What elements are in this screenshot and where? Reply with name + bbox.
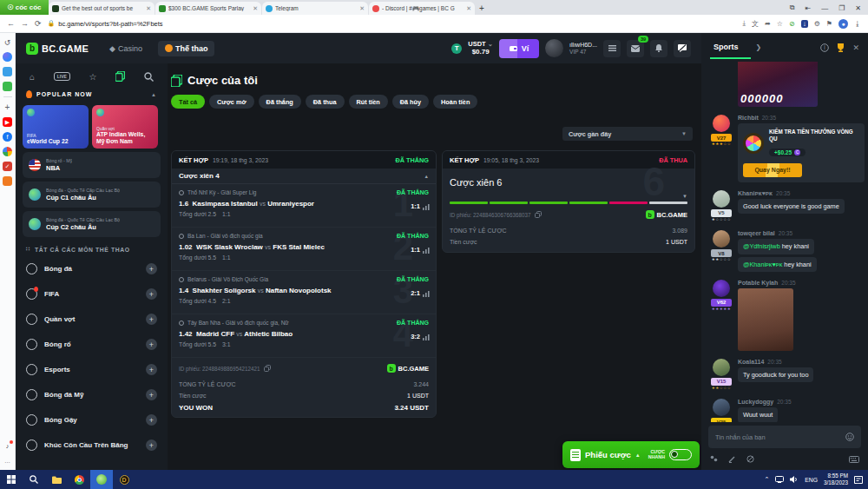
sidebar-item-soccer[interactable]: Bóng đá+ [16, 256, 168, 281]
downloads-tray-icon[interactable]: ⭳ [854, 20, 861, 28]
shortcut-nba[interactable]: Bóng rổ - MỹNBA [23, 152, 161, 178]
expand-plus-icon[interactable]: + [146, 263, 157, 274]
avatar[interactable] [713, 399, 730, 416]
live-icon[interactable]: LIVE [54, 72, 70, 81]
favorites-star-icon[interactable]: ☆ [89, 72, 97, 82]
expand-plus-icon[interactable]: + [146, 314, 157, 325]
messenger-icon[interactable] [3, 52, 12, 62]
trophy-icon[interactable] [836, 43, 845, 52]
copy-icon[interactable] [264, 365, 271, 372]
sidebar-toggle-icon[interactable]: ⧉ [790, 3, 795, 12]
browser-tab-1[interactable]: Get the best out of sports be✕ [49, 2, 155, 15]
popular-now-header[interactable]: POPULAR NOW ▲ [16, 87, 168, 102]
browser-profile-avatar[interactable]: ● [838, 19, 848, 29]
coccoc-app-icon[interactable] [3, 67, 12, 76]
back-icon[interactable]: ← [7, 19, 15, 28]
tab-close-icon[interactable]: ✕ [359, 5, 365, 12]
extension-icon[interactable]: ⚙ [814, 20, 820, 28]
games-icon[interactable] [3, 82, 12, 91]
maximize-button[interactable]: ❐ [838, 4, 845, 12]
dice-icon[interactable] [710, 455, 718, 463]
avatar[interactable] [713, 115, 730, 132]
sidebar-item-esports[interactable]: Esports+ [16, 357, 168, 382]
sidebar-item-cricket[interactable]: Bóng Gậy+ [16, 407, 168, 433]
close-icon[interactable]: ✕ [852, 43, 859, 52]
sort-dropdown[interactable]: Cược gần đây▼ [562, 127, 693, 141]
stats-bars-icon[interactable] [423, 334, 430, 340]
promo-card-atp[interactable]: Quần vợt ATP Indian Wells, Mỹ Đơn Nam [92, 105, 158, 149]
spin-now-button[interactable]: Quay Ngay!! [743, 163, 802, 177]
stats-bars-icon[interactable] [423, 248, 430, 254]
bcgame-brand[interactable]: b BC.GAME [26, 43, 89, 55]
promo-card-eworld-cup[interactable]: FIFA eWorld Cup 22 [23, 105, 89, 149]
browser-tab-2[interactable]: $300 BC.GAME Sports Parlay✕ [155, 2, 261, 15]
filter-lost[interactable]: Đã thua [306, 95, 345, 109]
info-icon[interactable]: i [820, 43, 829, 52]
chat-username[interactable]: Khaniᴘᴋ♥ᴘᴋ [738, 190, 773, 196]
download-manager-icon[interactable]: ↓ [801, 20, 808, 28]
emoji-icon[interactable] [845, 433, 854, 441]
new-tab-button[interactable]: + [479, 3, 484, 13]
avatar[interactable] [713, 359, 730, 376]
save-page-icon[interactable]: ⤓ [743, 19, 746, 28]
close-button[interactable]: ✕ [855, 4, 861, 12]
chat-username[interactable]: Richbit [738, 115, 759, 121]
expand-plus-icon[interactable]: + [146, 364, 157, 375]
tab-close-icon[interactable]: ✕ [146, 5, 151, 12]
cart-icon[interactable] [3, 176, 12, 186]
chat-username[interactable]: towqeer bilal [738, 230, 775, 236]
colorful-app-icon[interactable] [3, 147, 12, 156]
back-to-icon[interactable]: ⇤ [805, 4, 811, 12]
currency-selector[interactable]: USDT ⌄ $0.79 [468, 40, 493, 56]
chat-username[interactable]: Koala114 [738, 359, 764, 365]
avatar[interactable] [713, 280, 730, 297]
tab-close-icon[interactable]: ✕ [253, 5, 258, 12]
search-icon[interactable] [144, 72, 154, 82]
chat-username[interactable]: Luckydoggy [738, 399, 773, 405]
bet-name-row[interactable]: Cược xiên 6 6 ▼ [443, 169, 694, 202]
wallet-button[interactable]: Ví [499, 39, 539, 58]
chevron-right-icon[interactable]: ❯ [756, 43, 762, 51]
sidebar-item-basketball[interactable]: Bóng rổ+ [16, 332, 168, 357]
nav-casino[interactable]: ◆Casino [109, 44, 142, 53]
user-avatar[interactable] [545, 39, 563, 57]
shortcut-cup-c1[interactable]: Bóng đá - Quốc Tế Cấp Câu Lạc BộCúp C1 c… [23, 182, 161, 208]
bookmark-star-icon[interactable]: ☆ [777, 20, 783, 28]
stats-bars-icon[interactable] [423, 291, 430, 297]
sidebar-item-fifa[interactable]: FIFA+ [16, 281, 168, 307]
action-center-icon[interactable] [854, 476, 863, 484]
chat-tab-sports[interactable]: Sports [710, 36, 751, 59]
sidebar-item-tennis[interactable]: Quần vợt+ [16, 307, 168, 332]
filter-cancelled[interactable]: Đã hủy [392, 95, 429, 109]
translate-icon[interactable]: 文 [752, 19, 759, 29]
nav-sports[interactable]: Thế thao [158, 41, 215, 56]
game-app-button[interactable]: D [113, 470, 135, 489]
file-explorer-button[interactable] [45, 470, 68, 489]
chat-toggle-button[interactable] [674, 40, 691, 57]
expand-plus-icon[interactable]: + [146, 339, 157, 350]
notifications-bell-icon[interactable]: ♪ [3, 441, 12, 451]
filter-won[interactable]: Đã thắng [259, 95, 301, 109]
clock[interactable]: 8:55 PM3/18/2023 [824, 472, 848, 486]
betslip-button[interactable]: Phiếu cược ▲ CƯỢCNHANH [562, 441, 700, 468]
avatar[interactable] [713, 190, 730, 208]
collapse-caret-icon[interactable]: ▲ [424, 174, 429, 179]
share-icon[interactable]: ➦ [765, 20, 771, 28]
expand-plus-icon[interactable]: + [146, 288, 157, 300]
facebook-icon[interactable]: f [3, 132, 12, 142]
chat-username[interactable]: Potable Kylah [738, 280, 778, 286]
minimize-button[interactable]: — [821, 4, 828, 12]
youtube-icon[interactable]: ▶ [3, 117, 12, 127]
gif-icon[interactable] [746, 455, 754, 463]
my-bets-icon[interactable] [115, 71, 125, 82]
history-icon[interactable]: ↺ [3, 37, 12, 47]
mention[interactable]: @Ydfnisrjiwb [743, 242, 780, 250]
coccoc-taskbar-button[interactable] [90, 470, 113, 489]
expand-plus-icon[interactable]: + [146, 414, 157, 426]
add-shortcut-icon[interactable]: + [3, 102, 12, 112]
network-icon[interactable] [775, 476, 784, 483]
user-info[interactable]: ıllıwH6D... VIP 47 [569, 41, 597, 56]
quick-bet-toggle[interactable] [669, 449, 692, 460]
more-icon[interactable]: … [3, 456, 12, 466]
url-field[interactable]: 🔒 bc.game/vi/sports?bt-path=%2Fbets [48, 20, 737, 28]
